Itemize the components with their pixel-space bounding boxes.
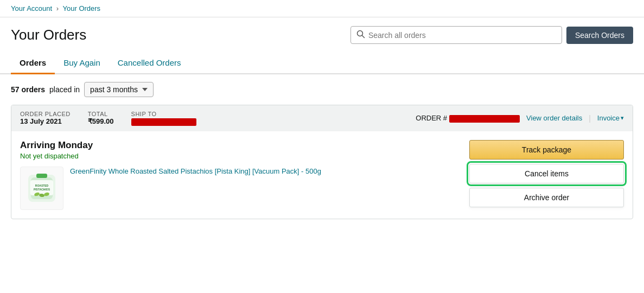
divider: |	[589, 114, 591, 123]
tabs-bar: Orders Buy Again Cancelled Orders	[0, 53, 644, 74]
order-count: 57 orders	[11, 85, 45, 94]
order-placed-date: 13 July 2021	[20, 117, 71, 125]
orders-list: ORDER PLACED 13 July 2021 TOTAL ₹599.00 …	[0, 105, 644, 239]
order-body: Arriving Monday Not yet dispatched ROAST…	[11, 131, 633, 219]
order-substatus: Not yet dispatched	[20, 152, 461, 160]
archive-order-button[interactable]: Archive order	[469, 188, 624, 207]
invoice-label: Invoice	[597, 114, 620, 122]
search-input-wrapper	[350, 26, 562, 44]
product-image-svg: ROASTED PISTACHIOS	[23, 169, 61, 207]
order-header-left: ORDER PLACED 13 July 2021 TOTAL ₹599.00 …	[20, 111, 196, 126]
search-bar: Search Orders	[350, 26, 633, 44]
page-title: Your Orders	[11, 27, 86, 43]
order-number-redacted	[449, 115, 520, 123]
search-icon	[356, 30, 365, 40]
order-status: Arriving Monday	[20, 140, 461, 151]
svg-text:ROASTED: ROASTED	[35, 184, 49, 187]
order-placed-field: ORDER PLACED 13 July 2021	[20, 111, 71, 125]
breadcrumb-account-link[interactable]: Your Account	[11, 4, 52, 12]
product-link[interactable]: GreenFinity Whole Roasted Salted Pistach…	[70, 167, 321, 176]
search-input[interactable]	[368, 31, 556, 40]
product-image: ROASTED PISTACHIOS	[20, 167, 63, 210]
order-ship-to-field: SHIP TO	[131, 111, 196, 126]
tab-buy-again[interactable]: Buy Again	[55, 53, 109, 74]
ship-to-redacted	[131, 118, 196, 126]
period-filter-select[interactable]: past 3 months past 6 months past year 20…	[84, 82, 154, 97]
svg-rect-10	[36, 174, 47, 178]
view-order-details-link[interactable]: View order details	[526, 114, 582, 122]
tab-cancelled-orders[interactable]: Cancelled Orders	[109, 53, 190, 74]
invoice-link[interactable]: Invoice ▾	[597, 114, 624, 122]
order-actions: Track package Cancel items Archive order	[469, 140, 624, 210]
order-body-left: Arriving Monday Not yet dispatched ROAST…	[20, 140, 461, 210]
order-total-field: TOTAL ₹599.00	[88, 111, 114, 125]
invoice-chevron-icon: ▾	[621, 114, 624, 122]
cancel-items-button[interactable]: Cancel items	[469, 164, 624, 183]
breadcrumb-separator: ›	[56, 4, 59, 12]
svg-line-1	[362, 36, 364, 38]
order-total-value: ₹599.00	[88, 117, 114, 125]
breadcrumb: Your Account › Your Orders	[0, 0, 644, 17]
order-number: ORDER #	[416, 114, 520, 123]
page-header: Your Orders Search Orders	[0, 17, 644, 53]
ship-to-label: SHIP TO	[131, 111, 196, 117]
track-package-button[interactable]: Track package	[469, 140, 624, 160]
search-orders-button[interactable]: Search Orders	[566, 27, 633, 44]
placed-in-text: placed in	[49, 85, 80, 94]
breadcrumb-orders-link[interactable]: Your Orders	[63, 4, 101, 12]
tab-orders[interactable]: Orders	[11, 53, 55, 74]
ship-to-value	[131, 117, 196, 126]
product-row: ROASTED PISTACHIOS GreenFinity Whole Roa…	[20, 167, 461, 210]
order-placed-label: ORDER PLACED	[20, 111, 71, 117]
filter-bar: 57 orders placed in past 3 months past 6…	[0, 74, 644, 105]
order-card: ORDER PLACED 13 July 2021 TOTAL ₹599.00 …	[11, 105, 633, 219]
order-header: ORDER PLACED 13 July 2021 TOTAL ₹599.00 …	[11, 105, 633, 131]
order-header-right: ORDER # View order details | Invoice ▾	[416, 114, 624, 123]
order-total-label: TOTAL	[88, 111, 114, 117]
svg-text:PISTACHIOS: PISTACHIOS	[34, 188, 50, 191]
